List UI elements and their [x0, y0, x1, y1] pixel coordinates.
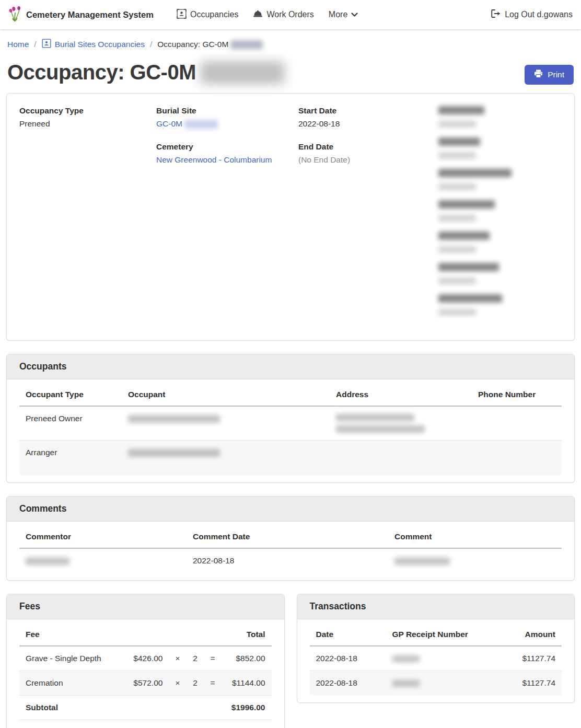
chevron-down-icon: [351, 10, 358, 19]
redacted-label: [438, 294, 502, 303]
field-label: Occupancy Type: [19, 106, 156, 115]
top-navbar: Cemetery Management System Occupancies W…: [0, 0, 581, 29]
field-value: Preneed: [19, 119, 156, 129]
breadcrumb-current-label: Occupancy: GC-0M: [157, 40, 228, 49]
redacted-label: [438, 232, 490, 240]
redacted-field: [438, 137, 562, 160]
table-row: 2022-08-18 $1127.74: [310, 646, 562, 671]
breadcrumb-occupancies-label: Burial Sites Occupancies: [55, 40, 145, 49]
phone-cell: [472, 441, 562, 476]
breadcrumb-home-link[interactable]: Home: [7, 40, 29, 49]
redacted-text: [392, 680, 420, 687]
field-label: Burial Site: [156, 106, 298, 115]
occupancy-frame-icon-blue: [42, 39, 51, 50]
transaction-amount-cell: $1127.74: [497, 671, 562, 696]
col-gp-receipt-number: GP Receipt Number: [386, 622, 497, 646]
breadcrumb-separator: /: [150, 40, 152, 49]
redacted-label: [438, 200, 495, 209]
redacted-field: [438, 294, 562, 317]
nav-item-label: More: [329, 10, 347, 19]
fees-section-title: Fees: [7, 594, 284, 619]
occupant-cell: [122, 441, 330, 476]
col-commentor: Commentor: [19, 525, 187, 548]
transactions-table: Date GP Receipt Number Amount 2022-08-18…: [310, 622, 562, 695]
redacted-field: [438, 106, 562, 129]
nav-item-work-orders[interactable]: Work Orders: [253, 9, 313, 20]
breadcrumb-current: Occupancy: GC-0M: [157, 40, 263, 49]
col-address: Address: [330, 383, 472, 406]
redacted-value: [438, 309, 476, 316]
table-header-row: Date GP Receipt Number Amount: [310, 622, 562, 646]
redacted-label: [438, 137, 480, 146]
breadcrumb-separator: /: [34, 40, 36, 49]
redacted-label: [438, 263, 499, 271]
col-fee: Fee: [19, 622, 204, 646]
nav-item-more[interactable]: More: [329, 10, 358, 19]
equals-sign: =: [204, 646, 221, 671]
equals-sign: =: [204, 671, 221, 696]
transaction-amount-cell: $1127.74: [497, 646, 562, 671]
printer-icon: [534, 70, 543, 80]
fee-qty-cell: 2: [186, 646, 204, 671]
nav-item-label: Work Orders: [266, 10, 313, 19]
occupancy-frame-icon: [177, 9, 187, 21]
details-col-1: Occupancy Type Preneed: [19, 106, 156, 326]
app-title: Cemetery Management System: [26, 10, 154, 20]
fees-card: Fees Fee Total Grave - Single Depth $426…: [6, 594, 285, 728]
phone-cell: [472, 406, 562, 441]
col-amount: Amount: [497, 622, 562, 646]
fees-table: Fee Total Grave - Single Depth $426.00 ×…: [19, 622, 272, 728]
fee-total-cell: $852.00: [222, 646, 272, 671]
redacted-field: [438, 232, 562, 254]
occupant-cell: [122, 406, 330, 441]
col-date: Date: [310, 622, 386, 646]
comments-card: Comments Commentor Comment Date Comment: [6, 496, 575, 581]
address-cell: [330, 441, 472, 476]
field-label: Cemetery: [156, 142, 298, 152]
hardhat-icon: [253, 9, 263, 20]
breadcrumb-occupancies-link[interactable]: Burial Sites Occupancies: [42, 39, 145, 50]
sign-out-icon: [491, 9, 501, 20]
tax-value: $259.48: [222, 720, 272, 728]
cemetery-link[interactable]: New Greenwood - Columbarium: [156, 155, 272, 164]
table-row: Arranger: [19, 441, 562, 476]
field-start-date: Start Date 2022-08-18: [298, 106, 438, 129]
fee-unit-cell: $572.00: [123, 671, 169, 696]
redacted-field: [438, 200, 562, 223]
redacted-field: [438, 169, 562, 191]
occupants-table: Occupant Type Occupant Address Phone Num…: [19, 383, 562, 475]
transactions-section-title: Transactions: [297, 594, 575, 619]
fee-unit-cell: $426.00: [123, 646, 169, 671]
tulip-logo-icon: [8, 5, 22, 24]
details-col-3: Start Date 2022-08-18 End Date (No End D…: [298, 106, 438, 326]
fee-name-cell: Grave - Single Depth: [19, 646, 123, 671]
transaction-date-cell: 2022-08-18: [310, 671, 386, 696]
col-comment-date: Comment Date: [187, 525, 388, 548]
occupants-card: Occupants Occupant Type Occupant Address…: [6, 354, 575, 483]
field-cemetery: Cemetery New Greenwood - Columbarium: [156, 142, 298, 165]
brand[interactable]: Cemetery Management System: [8, 5, 154, 24]
redacted-value: [438, 152, 476, 159]
tax-row: Tax $259.48: [19, 720, 272, 728]
logout-link[interactable]: Log Out d.gowans: [491, 9, 573, 20]
transaction-date-cell: 2022-08-18: [310, 646, 386, 671]
subtotal-value: $1996.00: [222, 696, 272, 720]
field-label: Start Date: [298, 106, 438, 115]
field-end-date: End Date (No End Date): [298, 142, 438, 165]
redacted-text: [392, 655, 420, 662]
nav-item-label: Occupancies: [190, 10, 239, 19]
commentor-cell: [19, 548, 187, 573]
print-button-label: Print: [548, 70, 564, 79]
nav-item-occupancies[interactable]: Occupancies: [177, 9, 239, 21]
redacted-text: [26, 558, 69, 565]
print-button[interactable]: Print: [525, 65, 574, 85]
field-label: End Date: [298, 142, 438, 152]
redacted-text: [336, 425, 425, 433]
fee-name-cell: Cremation: [19, 671, 123, 696]
redacted-value: [438, 278, 476, 284]
table-row: Cremation $572.00 × 2 = $1144.00: [19, 671, 272, 696]
redacted-text: [394, 558, 450, 565]
redacted-value: [438, 121, 476, 128]
times-sign: ×: [169, 646, 186, 671]
burial-site-link[interactable]: GC-0M: [156, 119, 182, 128]
